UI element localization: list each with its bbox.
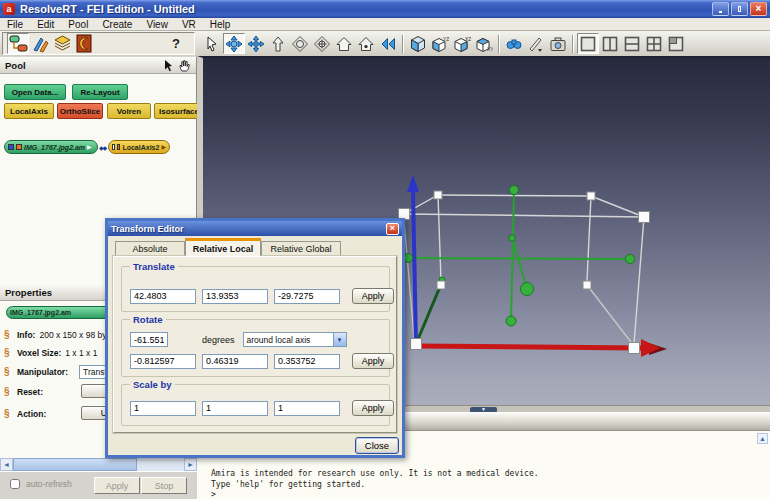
zoom-tool-button[interactable]	[267, 33, 289, 54]
localaxis-button[interactable]: LocalAxis	[4, 103, 54, 119]
pointer-tool-button[interactable]	[201, 33, 223, 54]
selected-module-pill[interactable]: IMG_1767.jpg2.am	[6, 306, 116, 319]
transform-editor-dialog[interactable]: Transform Editor × Absolute Relative Loc…	[105, 218, 405, 458]
layout-single-button[interactable]	[577, 33, 599, 54]
volume-rendering-button[interactable]	[73, 33, 95, 54]
app-icon: a	[3, 3, 15, 15]
translate-z-field[interactable]	[274, 289, 340, 304]
menu-create[interactable]: Create	[95, 18, 139, 31]
toolbar-separator	[498, 35, 500, 53]
rotate-angle-field[interactable]	[130, 332, 168, 347]
snapshot-button[interactable]	[547, 33, 569, 54]
tab-absolute[interactable]: Absolute	[115, 241, 185, 256]
transformer-box-edges	[404, 195, 644, 346]
pool-header: Pool	[0, 57, 196, 74]
svg-text:XZ: XZ	[465, 35, 471, 41]
rotate-axis-x-field[interactable]	[130, 354, 196, 369]
rotate-axis-mode-select[interactable]: around local axis ▼	[243, 332, 347, 347]
scrollbar-thumb[interactable]	[13, 458, 137, 471]
localaxis2-module-pill[interactable]: LocalAxis2 ▶	[108, 140, 170, 154]
orthoslice-button[interactable]: OrthoSlice	[57, 103, 103, 119]
footer-stop-button[interactable]: Stop	[141, 477, 187, 494]
main-toolbar: ?	[2, 32, 195, 55]
menu-vr[interactable]: VR	[175, 18, 203, 31]
scroll-right-arrow[interactable]: ►	[184, 458, 197, 471]
module-expand-arrow[interactable]: ▶	[161, 144, 166, 150]
title-bar[interactable]: a ResolveRT - FEI Edition - Untitled ×	[0, 0, 770, 18]
volume-icon	[75, 34, 94, 53]
console-prompt[interactable]: >	[211, 490, 216, 499]
set-home-button[interactable]	[355, 33, 377, 54]
dialog-title-bar[interactable]: Transform Editor ×	[108, 221, 402, 236]
selected-module-label: IMG_1767.jpg2.am	[10, 309, 71, 316]
volren-button[interactable]: Volren	[107, 103, 151, 119]
rotate-apply-button[interactable]: Apply	[352, 353, 394, 369]
menu-pool[interactable]: Pool	[61, 18, 95, 31]
translate-x-field[interactable]	[130, 289, 196, 304]
hand-cursor-icon[interactable]	[178, 59, 191, 72]
seek-tool-button[interactable]	[311, 33, 333, 54]
toolbar-separator	[402, 35, 404, 53]
pointer-icon	[203, 35, 221, 53]
stereo-button[interactable]	[503, 33, 525, 54]
menu-view[interactable]: View	[139, 18, 175, 31]
view-yz-button[interactable]: YZ	[429, 33, 451, 54]
pan-tool-button[interactable]	[245, 33, 267, 54]
measure-button[interactable]	[525, 33, 547, 54]
view-perspective-button[interactable]	[407, 33, 429, 54]
layout-two-horizontal-button[interactable]	[621, 33, 643, 54]
data-module-pill[interactable]: IMG_1767.jpg2.am ▶	[4, 140, 98, 154]
view-xz-button[interactable]: XZ	[451, 33, 473, 54]
menu-edit[interactable]: Edit	[30, 18, 61, 31]
rotate-tool-button[interactable]	[289, 33, 311, 54]
degrees-label: degrees	[202, 335, 235, 345]
trackball-tool-button[interactable]	[223, 33, 245, 54]
home-view-button[interactable]	[333, 33, 355, 54]
rotate-axis-z-field[interactable]	[274, 354, 340, 369]
module-port-blue	[8, 144, 14, 150]
module-expand-arrow[interactable]: ▶	[87, 144, 92, 150]
dialog-close-icon[interactable]: ×	[386, 223, 399, 235]
layout-quad-button[interactable]	[643, 33, 665, 54]
rotate-axis-y-field[interactable]	[202, 354, 268, 369]
layers-button[interactable]	[51, 33, 73, 54]
re-layout-button[interactable]: Re-Layout	[72, 84, 128, 100]
open-data-button[interactable]: Open Data...	[4, 84, 66, 100]
translate-apply-button[interactable]: Apply	[352, 288, 394, 304]
translate-group: Translate Apply	[121, 266, 390, 312]
segmentation-editor-button[interactable]	[29, 33, 51, 54]
layout-pip-button[interactable]	[665, 33, 687, 54]
pool-view-button[interactable]	[7, 33, 29, 54]
console-scroll-up-arrow[interactable]: ▲	[757, 433, 768, 444]
footer-panel: auto-refresh Apply Stop	[0, 471, 197, 499]
help-button[interactable]: ?	[172, 36, 180, 51]
layout-quad-icon	[645, 35, 663, 53]
scale-y-field[interactable]	[202, 401, 268, 416]
menu-file[interactable]: File	[0, 18, 30, 31]
properties-scrollbar[interactable]: ◄ ►	[0, 458, 197, 471]
tab-relative-local[interactable]: Relative Local	[185, 238, 261, 256]
view-all-button[interactable]	[377, 33, 399, 54]
menu-help[interactable]: Help	[203, 18, 238, 31]
pointer-cursor-icon[interactable]	[163, 59, 174, 72]
scale-z-field[interactable]	[274, 401, 340, 416]
module-port-orange	[117, 144, 120, 150]
translate-y-field[interactable]	[202, 289, 268, 304]
restore-button[interactable]	[731, 2, 748, 16]
scale-x-field[interactable]	[130, 401, 196, 416]
svg-text:XY: XY	[487, 46, 493, 52]
connection-icon: §	[4, 408, 17, 419]
scroll-left-arrow[interactable]: ◄	[0, 458, 13, 471]
view-xy-button[interactable]: XY	[473, 33, 495, 54]
scale-apply-button[interactable]: Apply	[352, 400, 394, 416]
module-port-orange	[16, 144, 22, 150]
dialog-close-button[interactable]: Close	[355, 437, 399, 454]
tab-relative-global[interactable]: Relative Global	[261, 241, 341, 256]
minimize-button[interactable]	[712, 2, 729, 16]
connection-icon: §	[4, 366, 17, 377]
auto-refresh-checkbox[interactable]	[10, 479, 20, 489]
footer-apply-button[interactable]: Apply	[94, 477, 140, 494]
layout-two-vertical-button[interactable]	[599, 33, 621, 54]
close-button[interactable]: ×	[750, 2, 767, 16]
set-home-icon	[357, 35, 375, 53]
